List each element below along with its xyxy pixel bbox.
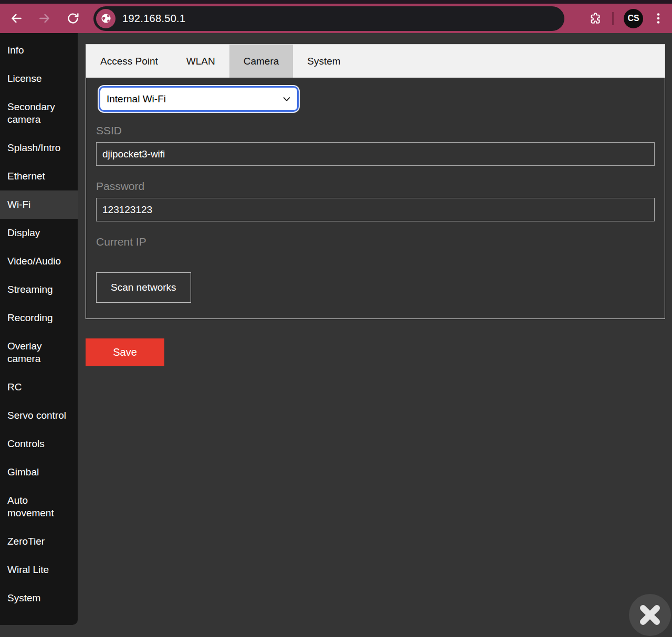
forward-icon[interactable] bbox=[38, 12, 51, 25]
sidebar-item-gimbal[interactable]: Gimbal bbox=[0, 458, 78, 486]
sidebar-item-servo-control[interactable]: Servo control bbox=[0, 401, 78, 430]
site-badge[interactable] bbox=[96, 9, 116, 28]
close-overlay-button[interactable] bbox=[629, 594, 671, 636]
save-button[interactable]: Save bbox=[86, 338, 164, 366]
browser-toolbar: 192.168.50.1 CS bbox=[0, 4, 672, 33]
sidebar-item-controls[interactable]: Controls bbox=[0, 430, 78, 458]
password-input[interactable] bbox=[96, 198, 655, 221]
sidebar-item-rc[interactable]: RC bbox=[0, 373, 78, 401]
settings-panel: Access PointWLANCameraSystem Internal Wi… bbox=[86, 44, 665, 319]
sidebar: InfoLicenseSecondary cameraSplash/IntroE… bbox=[0, 33, 78, 625]
kebab-menu-icon[interactable] bbox=[652, 12, 665, 25]
sidebar-item-splash-intro[interactable]: Splash/Intro bbox=[0, 134, 78, 162]
sidebar-item-license[interactable]: License bbox=[0, 65, 78, 93]
url-text[interactable]: 192.168.50.1 bbox=[122, 13, 185, 25]
tab-system[interactable]: System bbox=[293, 45, 354, 78]
sidebar-item-streaming[interactable]: Streaming bbox=[0, 275, 78, 304]
globe-icon bbox=[100, 12, 112, 25]
sidebar-item-video-audio[interactable]: Video/Audio bbox=[0, 247, 78, 275]
network-select[interactable]: Internal Wi-Fi bbox=[100, 88, 297, 110]
tab-wlan[interactable]: WLAN bbox=[172, 45, 229, 78]
sidebar-item-display[interactable]: Display bbox=[0, 219, 78, 247]
current-ip-value bbox=[96, 248, 655, 251]
sidebar-item-wi-fi[interactable]: Wi-Fi bbox=[0, 190, 78, 219]
ssid-input[interactable] bbox=[96, 142, 655, 166]
sidebar-item-secondary-camera[interactable]: Secondary camera bbox=[0, 93, 78, 134]
tab-camera[interactable]: Camera bbox=[229, 45, 293, 78]
camera-tab-content: Internal Wi-Fi SSID Password Current IP … bbox=[86, 78, 665, 318]
tab-access-point[interactable]: Access Point bbox=[86, 45, 172, 78]
back-icon[interactable] bbox=[9, 12, 23, 25]
reload-icon[interactable] bbox=[66, 12, 80, 25]
sidebar-nav-list: InfoLicenseSecondary cameraSplash/IntroE… bbox=[0, 36, 78, 612]
cs-extension-badge[interactable]: CS bbox=[624, 9, 643, 28]
current-ip-label: Current IP bbox=[96, 236, 655, 248]
extensions-puzzle-icon[interactable] bbox=[589, 12, 602, 25]
main-content: Access PointWLANCameraSystem Internal Wi… bbox=[78, 33, 672, 366]
password-label: Password bbox=[96, 180, 655, 193]
window-frame-strip bbox=[0, 0, 672, 4]
toolbar-actions: CS bbox=[589, 9, 665, 28]
toolbar-divider bbox=[612, 12, 614, 25]
close-x-icon bbox=[638, 603, 662, 627]
sidebar-item-recording[interactable]: Recording bbox=[0, 304, 78, 332]
sidebar-item-auto-movement[interactable]: Auto movement bbox=[0, 486, 78, 527]
sidebar-item-system[interactable]: System bbox=[0, 584, 78, 612]
scan-networks-button[interactable]: Scan networks bbox=[96, 272, 191, 303]
sidebar-item-info[interactable]: Info bbox=[0, 36, 78, 65]
sidebar-item-wiral-lite[interactable]: Wiral Lite bbox=[0, 556, 78, 584]
sidebar-item-zerotier[interactable]: ZeroTier bbox=[0, 527, 78, 556]
address-bar[interactable]: 192.168.50.1 bbox=[93, 6, 564, 31]
sidebar-item-overlay-camera[interactable]: Overlay camera bbox=[0, 332, 78, 373]
ssid-label: SSID bbox=[96, 124, 655, 137]
tab-bar: Access PointWLANCameraSystem bbox=[86, 45, 665, 78]
sidebar-item-ethernet[interactable]: Ethernet bbox=[0, 162, 78, 190]
